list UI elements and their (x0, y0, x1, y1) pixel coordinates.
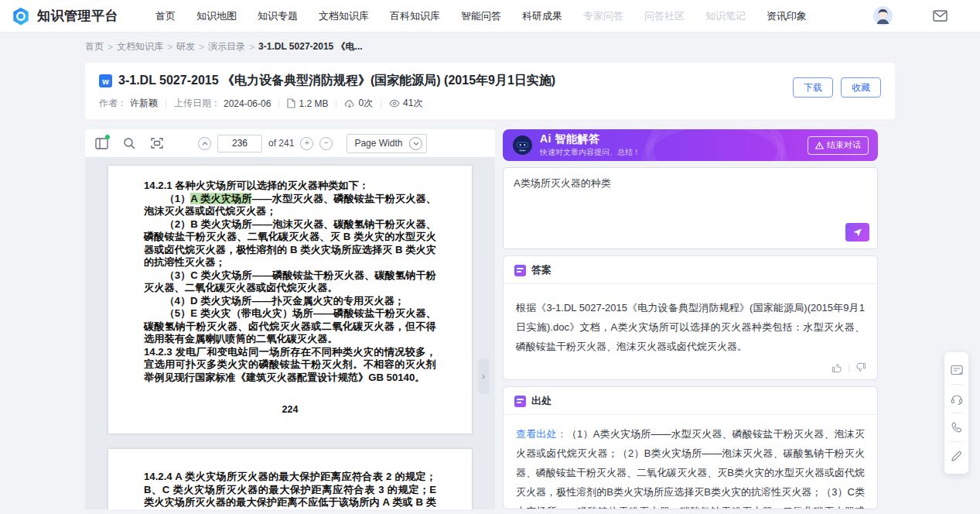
ai-panel-title: Ai 智能解答 (540, 132, 640, 146)
source-heading: 出处 (531, 394, 551, 408)
pdf-page-237: 14.2.4 A 类火灾场所灭火器的最大保护距离应符合表 2 的规定；B、C 类… (108, 449, 472, 509)
avatar[interactable] (873, 6, 893, 26)
breadcrumb-separator: > (108, 42, 113, 53)
author-meta: 作者： 许新颖 (99, 97, 158, 110)
favorite-button[interactable]: 收藏 (841, 77, 881, 98)
nav-item-wiki-library[interactable]: 百科知识库 (390, 9, 440, 23)
zoom-in-icon[interactable]: + (300, 137, 313, 150)
nav-right (873, 6, 948, 26)
document-header-card: w 3-1.DL 5027-2015 《电力设备典型消防规程》(国家能源局) (… (85, 63, 895, 119)
panel-collapse-handle[interactable]: › (478, 358, 489, 394)
breadcrumb-rd[interactable]: 研发 (176, 40, 195, 53)
end-dialog-button[interactable]: 结束对话 (808, 136, 869, 155)
nav-item-news[interactable]: 资讯印象 (767, 9, 807, 23)
ai-qa-panel: Ai 智能解答 快速对文章内容提问、总结！ 结束对话 A类场所灭火器的种类 (503, 129, 878, 509)
doc-paragraph: （5）E 类火灾（带电火灾）场所——磷酸铵盐干粉灭火器、碳酸氢钠干粉灭火器、卤代… (144, 307, 436, 346)
nav-item-notes: 知识笔记 (705, 9, 746, 23)
headset-icon[interactable] (944, 385, 968, 413)
document-title: 3-1.DL 5027-2015 《电力设备典型消防规程》(国家能源局) (20… (118, 73, 555, 89)
page-number-input[interactable] (217, 135, 262, 152)
nav-item-knowledge-topic[interactable]: 知识专题 (258, 9, 298, 23)
status-dot (105, 135, 110, 139)
source-doc-icon (514, 396, 526, 407)
download-count-meta: 0次 (344, 97, 373, 110)
phone-icon[interactable] (944, 413, 968, 441)
breadcrumb: 首页 > 文档知识库 > 研发 > 演示目录 > 3-1.DL 5027-201… (0, 33, 980, 60)
mail-icon[interactable] (933, 10, 948, 22)
top-nav: 知识管理平台 首页 知识地图 知识专题 文档知识库 百科知识库 智能问答 科研成… (0, 0, 980, 33)
page-total-label: of 241 (268, 138, 294, 149)
author-name: 许新颖 (130, 97, 158, 110)
view-count-meta: 41次 (389, 97, 422, 110)
chevron-right-icon: › (482, 371, 485, 382)
breadcrumb-demo-dir[interactable]: 演示目录 (208, 40, 245, 53)
breadcrumb-home[interactable]: 首页 (85, 40, 104, 53)
ai-panel-subtitle: 快速对文章内容提问、总结！ (540, 147, 640, 158)
pencil-icon[interactable] (944, 442, 968, 470)
cloud-download-icon (344, 99, 355, 108)
eye-icon (389, 99, 400, 108)
word-file-icon: w (99, 74, 112, 87)
brand[interactable]: 知识管理平台 (11, 6, 118, 26)
doc-paragraph: （4）D 类火灾场所——扑灭金属火灾的专用灭火器； (144, 295, 436, 308)
document-meta: 作者： 许新颖 上传日期： 2024-06-06 1.2 MB (99, 97, 555, 110)
source-card: 出处 查看出处：（1）A类火灾场所——水型灭火器、磷酸铵盐干粉灭火器、泡沫灭火器… (503, 386, 878, 509)
nav-item-home[interactable]: 首页 (155, 9, 176, 23)
doc-paragraph: 14.2.3 发电厂和变电站同一场所存在不同种类火灾的情况较多，宜选用可扑灭多类… (144, 346, 436, 385)
nav-item-research[interactable]: 科研成果 (522, 9, 562, 23)
file-size-meta: 1.2 MB (287, 98, 328, 109)
nav-item-expert-qa: 专家问答 (583, 9, 623, 23)
feedback-note-icon[interactable] (944, 356, 968, 384)
answer-card: 答案 根据《3-1.DL 5027-2015《电力设备典型消防规程》(国家能源局… (503, 255, 878, 380)
source-paragraph: 查看出处：（1）A类火灾场所——水型灭火器、磷酸铵盐干粉灭火器、泡沫灭火器或卤代… (516, 424, 865, 509)
search-highlight: A 类火灾场所 (190, 193, 251, 204)
document-actions: 下载 收藏 (793, 73, 881, 110)
nav-item-qa-community: 问答社区 (644, 9, 685, 23)
answer-doc-icon (514, 265, 526, 276)
pdf-viewer-panel: of 241 + − Page Width 14.2.1 各种火灾场所可以选择的… (85, 129, 495, 509)
breadcrumb-separator: > (167, 42, 172, 53)
pdf-page-236: 14.2.1 各种火灾场所可以选择的灭火器种类如下： （1）A 类火灾场所——水… (108, 166, 472, 433)
question-input-card[interactable]: A类场所灭火器的种类 (503, 167, 878, 249)
breadcrumb-separator: > (199, 42, 204, 53)
answer-heading: 答案 (531, 263, 551, 277)
nav-item-doc-library[interactable]: 文档知识库 (319, 9, 369, 23)
sidebar-toggle-icon[interactable] (94, 136, 108, 150)
send-button[interactable] (845, 223, 869, 242)
doc-paragraph: （1）A 类火灾场所——水型灭火器、磷酸铵盐干粉灭火器、泡沫灭火器或卤代烷灭火器… (144, 193, 436, 218)
alert-triangle-icon (815, 142, 824, 149)
download-count: 0次 (358, 97, 373, 110)
nav-item-knowledge-map[interactable]: 知识地图 (196, 9, 237, 23)
document-info: w 3-1.DL 5027-2015 《电力设备典型消防规程》(国家能源局) (… (99, 73, 555, 110)
source-body: 查看出处：（1）A类火灾场所——水型灭火器、磷酸铵盐干粉灭火器、泡沫灭火器或卤代… (504, 415, 877, 509)
file-size: 1.2 MB (299, 98, 328, 109)
chevron-down-icon (409, 137, 422, 150)
page-number-footer: 224 (144, 404, 436, 415)
robot-icon (512, 135, 533, 156)
floating-side-toolbar (944, 352, 968, 474)
view-count: 41次 (403, 97, 422, 110)
download-button[interactable]: 下载 (793, 77, 833, 98)
zoom-mode-select[interactable]: Page Width (347, 134, 427, 153)
fit-screen-icon[interactable] (150, 136, 164, 150)
brand-name: 知识管理平台 (37, 7, 118, 25)
prev-page-button[interactable] (198, 137, 211, 150)
upload-date-meta: 上传日期： 2024-06-06 (174, 97, 271, 110)
view-source-link[interactable]: 查看出处： (516, 428, 567, 440)
question-text[interactable]: A类场所灭火器的种类 (514, 176, 867, 190)
pdf-pages-area[interactable]: 14.2.1 各种火灾场所可以选择的灭火器种类如下： （1）A 类火灾场所——水… (85, 158, 495, 509)
main-menu: 首页 知识地图 知识专题 文档知识库 百科知识库 智能问答 科研成果 专家问答 … (155, 9, 873, 23)
zoom-mode-value: Page Width (354, 138, 402, 149)
nav-item-smart-qa[interactable]: 智能问答 (461, 9, 501, 23)
doc-paragraph: 14.2.4 A 类火灾场所灭火器的最大保护距离应符合表 2 的规定；B、C 类… (144, 471, 436, 509)
zoom-out-icon[interactable]: − (319, 137, 333, 150)
breadcrumb-separator: > (249, 42, 254, 53)
breadcrumb-current: 3-1.DL 5027-2015 《电... (258, 40, 363, 53)
answer-feedback: | (504, 361, 877, 379)
search-icon[interactable] (122, 136, 136, 150)
ai-header: Ai 智能解答 快速对文章内容提问、总结！ 结束对话 (503, 129, 878, 161)
breadcrumb-doc-library[interactable]: 文档知识库 (117, 40, 163, 53)
thumbs-up-icon[interactable] (831, 362, 842, 373)
doc-paragraph: （2）B 类火灾场所——泡沫灭火器、碳酸氢钠干粉灭火器、磷酸铵盐干粉灭火器、二氧… (144, 218, 436, 269)
thumbs-down-icon[interactable] (855, 362, 866, 373)
